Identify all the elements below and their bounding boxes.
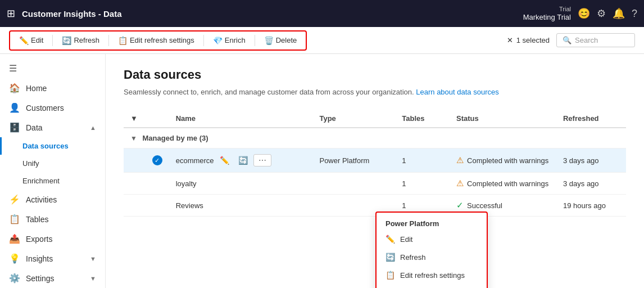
sidebar-item-insights[interactable]: 💡 Insights ▼ bbox=[0, 249, 105, 268]
delete-button[interactable]: 🗑️ Delete bbox=[260, 34, 302, 47]
row-tables-2: 1 bbox=[395, 173, 450, 195]
warning-icon-2: ⚠ bbox=[456, 178, 464, 188]
table-row[interactable]: ✓ ecommerce ✏️ 🔄 ⋯ Power Platform bbox=[124, 148, 626, 173]
edit-button[interactable]: ✏️ Edit bbox=[15, 34, 48, 47]
status-warning-2: ⚠ Completed with warnings bbox=[456, 178, 550, 188]
table-row[interactable]: Reviews 1 ✓ Successful 19 hours ago bbox=[124, 195, 626, 217]
sidebar-item-exports[interactable]: 📤 Exports bbox=[0, 229, 105, 249]
context-edit-icon: ✏️ bbox=[386, 235, 394, 244]
help-icon[interactable]: ? bbox=[632, 8, 637, 20]
context-edit-refresh-icon: 📋 bbox=[386, 271, 394, 280]
toolbar-divider-1 bbox=[52, 35, 53, 46]
col-status-header[interactable]: Status bbox=[450, 110, 556, 128]
context-menu-refresh[interactable]: 🔄 Refresh bbox=[377, 248, 487, 266]
refresh-icon: 🔄 bbox=[62, 36, 71, 45]
status-success-3: ✓ Successful bbox=[456, 200, 550, 210]
row-expand-2 bbox=[124, 173, 146, 195]
sidebar-item-tables[interactable]: 📋 Tables bbox=[0, 209, 105, 229]
context-menu-edit[interactable]: ✏️ Edit bbox=[377, 230, 487, 248]
context-menu-enrich[interactable]: 💎 Enrich bbox=[377, 284, 487, 288]
sidebar-item-activities[interactable]: ⚡ Activities bbox=[0, 190, 105, 209]
row-check-3[interactable] bbox=[146, 195, 169, 217]
sidebar: ☰ 🏠 Home 👤 Customers 🗄️ Data ▲ Data sour… bbox=[0, 54, 106, 288]
row-name-3: Reviews bbox=[169, 195, 313, 217]
row-type-1: Power Platform bbox=[312, 148, 395, 173]
toolbar-divider-4 bbox=[255, 35, 255, 46]
sidebar-item-data-sources[interactable]: Data sources bbox=[0, 137, 105, 155]
group-row: ▼ Managed by me (3) bbox=[124, 128, 626, 148]
sidebar-item-customers[interactable]: 👤 Customers bbox=[0, 98, 105, 118]
row-status-1: ⚠ Completed with warnings bbox=[450, 148, 556, 173]
data-icon: 🗄️ bbox=[9, 122, 20, 133]
search-icon: 🔍 bbox=[563, 36, 572, 44]
col-name-header[interactable]: Name bbox=[169, 110, 313, 128]
sidebar-item-enrichment[interactable]: Enrichment bbox=[0, 172, 105, 190]
enrich-button[interactable]: 💎 Enrich bbox=[208, 34, 250, 47]
waffle-icon[interactable]: ⊞ bbox=[7, 7, 15, 20]
selected-badge: ✕ 1 selected bbox=[507, 36, 550, 44]
edit-refresh-button[interactable]: 📋 Edit refresh settings bbox=[114, 34, 199, 47]
edit-refresh-icon: 📋 bbox=[118, 36, 128, 45]
page-title: Data sources bbox=[124, 68, 626, 82]
collapse-all-icon[interactable]: ▼ bbox=[130, 114, 138, 123]
settings-sidebar-icon: ⚙️ bbox=[9, 273, 20, 284]
context-menu-edit-refresh[interactable]: 📋 Edit refresh settings bbox=[377, 266, 487, 284]
sidebar-item-settings[interactable]: ⚙️ Settings ▼ bbox=[0, 268, 105, 288]
user-icon[interactable]: 😊 bbox=[578, 7, 590, 20]
insights-icon: 💡 bbox=[9, 253, 20, 264]
enrich-icon: 💎 bbox=[213, 36, 223, 45]
col-check-header bbox=[146, 110, 169, 128]
data-table: ▼ Name Type Tables Status bbox=[124, 110, 626, 217]
refresh-button[interactable]: 🔄 Refresh bbox=[57, 34, 104, 47]
tables-icon: 📋 bbox=[9, 214, 20, 224]
table-header-row: ▼ Name Type Tables Status bbox=[124, 110, 626, 128]
row-status-2: ⚠ Completed with warnings bbox=[450, 173, 556, 195]
context-menu: Power Platform ✏️ Edit 🔄 Refresh 📋 Edit … bbox=[375, 212, 488, 288]
bell-icon[interactable]: 🔔 bbox=[613, 7, 625, 20]
row-actions-1: ecommerce ✏️ 🔄 ⋯ bbox=[176, 154, 306, 166]
row-tables-1: 1 bbox=[395, 148, 450, 173]
row-refresh-btn-1[interactable]: 🔄 bbox=[235, 155, 251, 166]
settings-icon[interactable]: ⚙ bbox=[597, 7, 606, 20]
row-type-2 bbox=[312, 173, 395, 195]
col-type-header[interactable]: Type bbox=[312, 110, 395, 128]
sidebar-item-home[interactable]: 🏠 Home bbox=[0, 78, 105, 98]
activities-icon: ⚡ bbox=[9, 194, 20, 205]
top-navbar: ⊞ Customer Insights - Data Trial Marketi… bbox=[0, 0, 644, 27]
close-selected-icon[interactable]: ✕ bbox=[507, 36, 513, 44]
toolbar-right: ✕ 1 selected 🔍 Search bbox=[507, 33, 635, 47]
toolbar: ✏️ Edit 🔄 Refresh 📋 Edit refresh setting… bbox=[0, 27, 644, 54]
customers-icon: 👤 bbox=[9, 102, 20, 113]
status-warning-1: ⚠ Completed with warnings bbox=[456, 155, 550, 165]
col-expand-header: ▼ bbox=[124, 110, 146, 128]
row-check-1[interactable]: ✓ bbox=[146, 148, 169, 173]
toolbar-divider-3 bbox=[203, 35, 204, 46]
main-layout: ☰ 🏠 Home 👤 Customers 🗄️ Data ▲ Data sour… bbox=[0, 54, 644, 288]
warning-icon-1: ⚠ bbox=[456, 155, 464, 165]
sidebar-item-unify[interactable]: Unify bbox=[0, 155, 105, 172]
row-edit-btn-1[interactable]: ✏️ bbox=[216, 155, 233, 166]
group-chevron-icon[interactable]: ▼ bbox=[130, 134, 137, 142]
row-refreshed-3: 19 hours ago bbox=[556, 195, 626, 217]
sidebar-item-data[interactable]: 🗄️ Data ▲ bbox=[0, 118, 105, 137]
row-expand-1 bbox=[124, 148, 146, 173]
data-chevron-icon: ▲ bbox=[90, 124, 96, 131]
success-icon-3: ✓ bbox=[456, 200, 464, 210]
col-refreshed-header[interactable]: Refreshed bbox=[556, 110, 626, 128]
row-check-2[interactable] bbox=[146, 173, 169, 195]
content-area: Data sources Seamlessly connect to, enri… bbox=[106, 54, 644, 288]
table-row[interactable]: loyalty 1 ⚠ Completed with warnings 3 da… bbox=[124, 173, 626, 195]
page-description: Seamlessly connect to, enrich, and manag… bbox=[124, 88, 626, 96]
row-name-2: loyalty bbox=[169, 173, 313, 195]
trial-info: Trial Marketing Trial bbox=[523, 6, 571, 22]
search-box[interactable]: 🔍 Search bbox=[556, 33, 635, 47]
exports-icon: 📤 bbox=[9, 233, 20, 244]
col-tables-header[interactable]: Tables bbox=[395, 110, 450, 128]
sidebar-item-hamburger[interactable]: ☰ bbox=[0, 58, 105, 78]
row-name-1: ecommerce ✏️ 🔄 ⋯ bbox=[169, 148, 313, 173]
context-refresh-icon: 🔄 bbox=[386, 253, 394, 262]
learn-more-link[interactable]: Learn about data sources bbox=[416, 88, 498, 96]
row-more-btn-1[interactable]: ⋯ bbox=[253, 154, 271, 166]
row-refreshed-1: 3 days ago bbox=[556, 148, 626, 173]
edit-icon: ✏️ bbox=[19, 36, 29, 45]
